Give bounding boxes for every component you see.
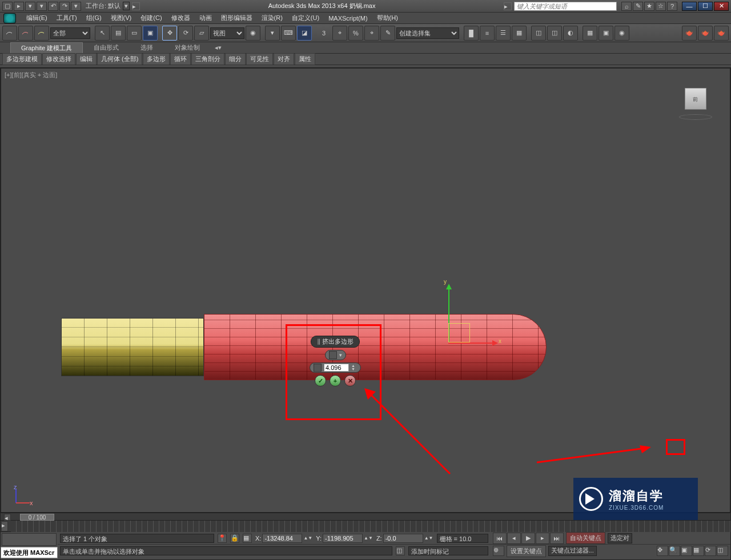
- selection-filter[interactable]: 全部: [50, 27, 90, 39]
- caddy-title[interactable]: ‖ 挤出多边形: [311, 336, 360, 348]
- viewcube-face[interactable]: 前: [685, 88, 706, 110]
- workspace-dd-icon[interactable]: ▾: [123, 2, 130, 10]
- mini-listener[interactable]: [2, 533, 57, 546]
- time-prev-icon[interactable]: ◂: [4, 514, 11, 521]
- menu-maxscript[interactable]: MAXScript(M): [324, 14, 372, 23]
- next-frame-icon[interactable]: ▸: [536, 533, 549, 544]
- qa-redo-icon[interactable]: ↷: [59, 2, 70, 11]
- link-icon[interactable]: [2, 26, 17, 41]
- menu-customize[interactable]: 自定义(U): [287, 13, 324, 23]
- qa-saveas-icon[interactable]: ▾: [37, 2, 47, 11]
- render-frame-icon[interactable]: ▣: [599, 26, 613, 41]
- key-mode-icon[interactable]: ⊕: [493, 546, 504, 556]
- viewcube-ring-icon[interactable]: [679, 114, 712, 120]
- nav-zoomext-icon[interactable]: ▣: [681, 546, 692, 556]
- graphite-icon[interactable]: ▦: [512, 26, 527, 41]
- material-editor-icon[interactable]: ◐: [563, 26, 578, 41]
- qa-link-icon[interactable]: ▾: [71, 2, 81, 11]
- communication-icon[interactable]: ★: [644, 2, 654, 11]
- caddy-type-spinner[interactable]: ▾: [325, 350, 346, 360]
- lock-selection-icon[interactable]: 📍: [218, 534, 227, 543]
- render-setup-icon[interactable]: ▦: [583, 26, 597, 41]
- qa-save-icon[interactable]: ▾: [25, 2, 35, 11]
- help-icon[interactable]: ?: [667, 2, 677, 11]
- ribbon-collapse-icon[interactable]: ◂▾: [211, 42, 226, 53]
- ribbon-panel-edit[interactable]: 编辑: [76, 53, 97, 65]
- render-prod-icon[interactable]: ◉: [614, 26, 629, 41]
- ribbon-panel-subdiv[interactable]: 细分: [225, 53, 246, 65]
- caddy-height-input[interactable]: [324, 364, 349, 372]
- schematic-icon[interactable]: ◫: [547, 26, 562, 41]
- select-name-icon[interactable]: ▤: [111, 26, 126, 41]
- layers-icon[interactable]: ☰: [496, 26, 511, 41]
- ref-coord-system[interactable]: 视图: [210, 27, 244, 39]
- prev-frame-icon[interactable]: ◂: [507, 533, 521, 544]
- ribbon-tab-objpaint[interactable]: 对象绘制: [164, 42, 211, 54]
- binoculars-icon[interactable]: ⌕: [621, 2, 632, 11]
- search-input[interactable]: [514, 2, 617, 11]
- ribbon-tab-selection[interactable]: 选择: [130, 42, 164, 54]
- viewport-label[interactable]: [+][前][真实 + 边面]: [5, 71, 57, 79]
- ribbon-panel-polymodel[interactable]: 多边形建模: [2, 53, 42, 65]
- bind-icon[interactable]: [34, 26, 49, 41]
- nav-maximize-icon[interactable]: ◫: [717, 546, 728, 556]
- spinner-snap-icon[interactable]: ⌖: [364, 26, 379, 41]
- autokey-button[interactable]: 自动关键点: [566, 532, 605, 544]
- menu-create[interactable]: 创建(C): [136, 13, 166, 23]
- minimize-button[interactable]: —: [682, 2, 697, 11]
- qa-new-icon[interactable]: ▢: [2, 2, 13, 11]
- track-ruler[interactable]: [11, 521, 730, 532]
- rotate-icon[interactable]: ⟳: [178, 26, 193, 41]
- spinner-arrows-icon[interactable]: ▲▼: [351, 364, 357, 371]
- nav-orbit-icon[interactable]: ⟳: [705, 546, 716, 556]
- goto-start-icon[interactable]: ⏮: [493, 533, 507, 544]
- ribbon-panel-loop[interactable]: 循环: [170, 53, 191, 65]
- menu-group[interactable]: 组(G): [82, 13, 106, 23]
- caddy-cancel-button[interactable]: ✕: [344, 375, 356, 386]
- mirror-icon[interactable]: ▐▌: [464, 26, 479, 41]
- menu-edit[interactable]: 编辑(E): [22, 13, 52, 23]
- keyboard-shortcut-icon[interactable]: ⌨: [281, 26, 296, 41]
- track-bar[interactable]: ▸: [1, 521, 730, 532]
- render-act-icon[interactable]: 🫖: [714, 26, 729, 41]
- angle-snap-icon[interactable]: 3: [316, 26, 331, 41]
- absolute-icon[interactable]: ▦: [243, 534, 252, 543]
- favorites-icon[interactable]: ☆: [656, 2, 666, 11]
- setkey-button[interactable]: 设置关键点: [507, 545, 546, 557]
- time-slider-handle[interactable]: 0 / 100: [20, 514, 54, 521]
- viewport[interactable]: [+][前][真实 + 边面] 前 x y ‖ 挤出多边形 ▾: [1, 68, 730, 513]
- ribbon-panel-poly[interactable]: 多边形: [143, 53, 170, 65]
- ribbon-panel-prop[interactable]: 属性: [295, 53, 315, 65]
- play-icon[interactable]: ▶: [521, 533, 535, 544]
- ribbon-panel-vis[interactable]: 可见性: [246, 53, 273, 65]
- snap-toggle-icon[interactable]: ◪: [297, 26, 312, 41]
- window-crossing-icon[interactable]: ▣: [143, 26, 158, 41]
- search-expand-icon[interactable]: ▸: [504, 2, 512, 10]
- qa-undo-icon[interactable]: ↶: [48, 2, 58, 11]
- menu-help[interactable]: 帮助(H): [372, 13, 403, 23]
- unlink-icon[interactable]: [18, 26, 33, 41]
- spinner-icon[interactable]: ▲▼: [424, 535, 433, 541]
- qa-expand-icon[interactable]: ▸: [132, 2, 140, 10]
- spinner-icon[interactable]: ▲▼: [303, 535, 312, 541]
- wrench-icon[interactable]: ✎: [633, 2, 643, 11]
- edit-named-icon[interactable]: ✎: [380, 26, 395, 41]
- key-filters-button[interactable]: 关键点过滤器...: [548, 546, 597, 556]
- menu-modifiers[interactable]: 修改器: [167, 13, 195, 23]
- workspace-switcher[interactable]: 工作台: 默认 ▾: [86, 2, 130, 10]
- key-mode-dd[interactable]: 选定对: [608, 533, 632, 543]
- nav-pan-icon[interactable]: ✥: [657, 546, 668, 556]
- goto-end-icon[interactable]: ⏭: [550, 533, 564, 544]
- nav-zoom-icon[interactable]: 🔍: [669, 546, 680, 556]
- menu-rendering[interactable]: 渲染(R): [257, 13, 287, 23]
- ribbon-panel-geom[interactable]: 几何体 (全部): [97, 53, 142, 65]
- caddy-height-spinner[interactable]: ▲▼: [310, 362, 361, 373]
- add-time-tag[interactable]: 添加时间标记: [408, 546, 488, 555]
- caddy-dd-icon[interactable]: ▾: [339, 352, 342, 358]
- trackbar-toggle-icon[interactable]: ▸: [1, 521, 8, 531]
- move-icon[interactable]: ✥: [162, 26, 177, 41]
- select-manipulate-icon[interactable]: ▾: [265, 26, 280, 41]
- ribbon-tab-freeform[interactable]: 自由形式: [83, 42, 130, 54]
- snap-2d-icon[interactable]: ⌖: [332, 26, 347, 41]
- coord-z-input[interactable]: [383, 534, 423, 543]
